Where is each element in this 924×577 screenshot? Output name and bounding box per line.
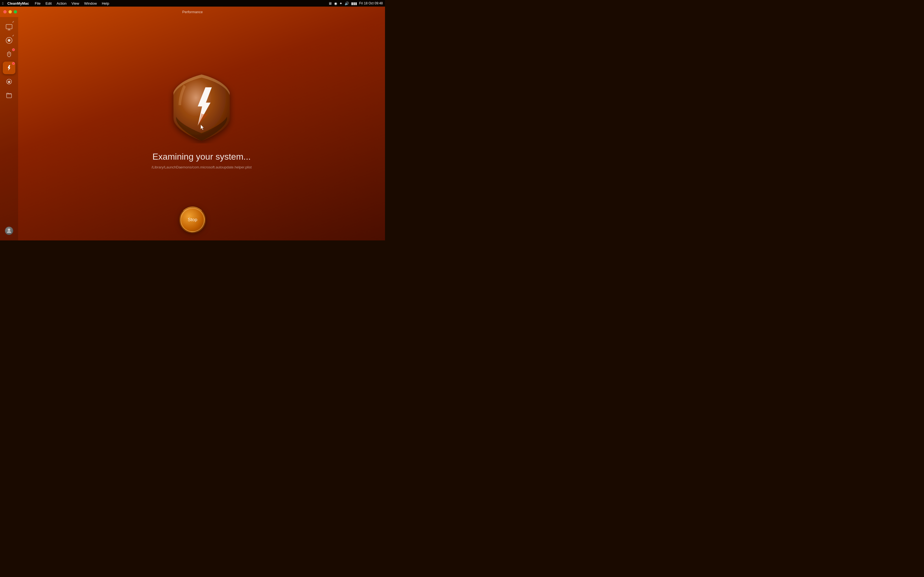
badge-icon (12, 48, 15, 51)
wifi-icon: ◉ (334, 2, 337, 5)
avatar (5, 227, 13, 235)
menu-view[interactable]: View (69, 2, 81, 5)
menubar:  CleanMyMac File Edit Action View Windo… (0, 0, 385, 6)
svg-marker-7 (8, 65, 10, 71)
performance-app-icon (166, 72, 237, 143)
menu-help[interactable]: Help (100, 2, 111, 5)
sidebar: ✓ ✓ (0, 17, 18, 240)
menu-window[interactable]: Window (82, 2, 99, 5)
privacy-icon (5, 37, 13, 44)
minimize-button[interactable] (8, 10, 12, 13)
title-bar: Performance (0, 6, 385, 17)
svg-rect-0 (6, 24, 12, 29)
close-button[interactable] (3, 10, 6, 13)
stop-button[interactable]: Stop (180, 208, 205, 232)
main-content: Examining your system... /Library/Launch… (18, 17, 385, 240)
menubar-right: 🖥 ◉ ✦ 🔊 ▮▮▮ Fri 18 Oct 09:48 (328, 0, 383, 6)
sidebar-item-extensions[interactable] (3, 48, 15, 60)
stop-button-container: Stop (180, 208, 205, 232)
sidebar-item-smart-scan[interactable]: ✓ (3, 20, 15, 33)
sidebar-item-profile[interactable] (3, 224, 15, 237)
menubar-time: Fri 18 Oct 09:48 (359, 2, 383, 5)
app-icon-container (166, 72, 237, 143)
performance-icon (5, 64, 13, 71)
menu-edit[interactable]: Edit (44, 2, 53, 5)
menubar-items: File Edit Action View Window Help (33, 2, 111, 5)
avatar-icon (6, 227, 12, 234)
display-icon: 🖥 (328, 2, 332, 5)
sidebar-item-performance[interactable] (3, 61, 15, 74)
checkmark-icon: ✓ (12, 20, 14, 23)
menu-file[interactable]: File (33, 2, 43, 5)
scanning-text: Examining your system... (152, 152, 250, 162)
main-window: Performance ✓ ✓ (0, 6, 385, 240)
window-controls (3, 10, 17, 13)
sidebar-item-privacy[interactable]: ✓ (3, 34, 15, 47)
menubar-app-name[interactable]: CleanMyMac (7, 2, 29, 5)
menu-action[interactable]: Action (55, 2, 68, 5)
files-icon (5, 92, 13, 99)
sidebar-item-files[interactable] (3, 89, 15, 102)
battery-icon: ▮▮▮ (351, 2, 357, 5)
svg-point-4 (8, 39, 10, 42)
apple-menu-icon[interactable]:  (2, 2, 3, 5)
checkmark-icon-2: ✓ (12, 34, 14, 37)
bluetooth-icon: ✦ (339, 2, 342, 5)
sidebar-item-applications[interactable] (3, 75, 15, 88)
svg-rect-9 (6, 94, 11, 98)
svg-point-10 (8, 229, 10, 231)
volume-icon: 🔊 (344, 2, 349, 5)
window-title: Performance (183, 10, 203, 14)
performance-badge (12, 62, 15, 65)
menubar-left:  CleanMyMac File Edit Action View Windo… (2, 2, 111, 5)
scanning-subtext: /Library/LaunchDaemons/com.microsoft.aut… (152, 165, 252, 169)
applications-icon (5, 78, 13, 85)
smart-scan-icon (5, 23, 13, 31)
maximize-button[interactable] (14, 10, 17, 13)
extensions-icon (5, 50, 13, 58)
